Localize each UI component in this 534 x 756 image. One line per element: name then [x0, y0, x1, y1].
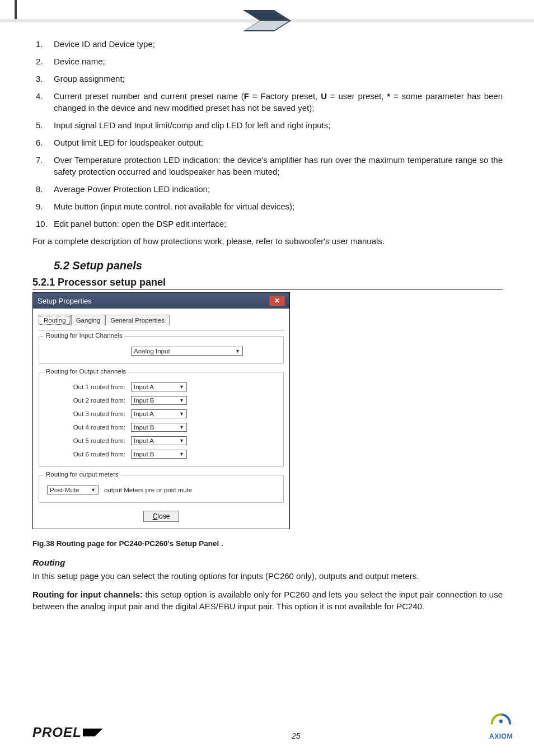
- axiom-logo: AXIOM: [489, 713, 513, 740]
- input-routing-select[interactable]: Analog Input ▼: [131, 347, 243, 356]
- tab-general-properties[interactable]: General Properties: [105, 315, 170, 325]
- list-text: = Factory preset,: [249, 91, 321, 101]
- dialog-titlebar: Setup Properties ✕: [33, 293, 289, 309]
- numbered-list: Device ID and Device type; Device name; …: [32, 38, 503, 230]
- heading-5-2-1: 5.2.1 Processor setup panel: [32, 277, 503, 290]
- chevron-down-icon: ▼: [235, 348, 240, 354]
- row-label: Out 4 routed from:: [47, 424, 131, 431]
- list-item: Output limit LED for loudspeaker output;: [54, 137, 503, 148]
- routing-heading: Routing: [32, 558, 503, 568]
- tab-ganging[interactable]: Ganging: [71, 315, 105, 325]
- chevron-down-icon: ▼: [179, 424, 184, 430]
- out1-select[interactable]: Input A▼: [131, 382, 187, 391]
- bold-U: U: [321, 91, 327, 101]
- row-label: Out 2 routed from:: [47, 397, 131, 404]
- fieldset-output-channels: Routing for Output channels Out 1 routed…: [39, 372, 284, 467]
- list-item: Average Power Protection LED indication;: [54, 183, 503, 195]
- chevron-down-icon: ▼: [91, 487, 96, 493]
- list-item: Edit panel button: open the DSP edit int…: [54, 218, 503, 230]
- dialog-tabs: Routing Ganging General Properties: [39, 314, 284, 325]
- axiom-logo-text: AXIOM: [489, 732, 513, 740]
- out3-select[interactable]: Input A▼: [131, 409, 187, 418]
- list-text: Over Temperature protection LED indicati…: [54, 155, 503, 176]
- meters-description: output Meters pre or post mute: [104, 487, 192, 493]
- list-text: Average Power Protection LED indication;: [54, 184, 210, 194]
- out2-select[interactable]: Input B▼: [131, 396, 187, 405]
- chevron-down-icon: ▼: [179, 398, 184, 403]
- out4-select[interactable]: Input B▼: [131, 423, 187, 432]
- row-label: Out 1 routed from:: [47, 384, 131, 390]
- close-button[interactable]: Close: [143, 511, 180, 522]
- bold-label: Routing for input channels:: [32, 590, 143, 599]
- list-text: Output limit LED for loudspeaker output;: [54, 138, 203, 147]
- select-value: Input B: [134, 424, 154, 431]
- select-value: Analog Input: [134, 348, 170, 354]
- tab-routing[interactable]: Routing: [39, 315, 71, 326]
- chevron-down-icon: ▼: [179, 451, 184, 457]
- select-value: Input B: [134, 451, 154, 458]
- proel-logo: PROEL: [32, 725, 103, 740]
- body-paragraph: For a complete description of how protec…: [32, 235, 503, 247]
- list-item: Over Temperature protection LED indicati…: [54, 154, 503, 178]
- fieldset-legend: Routing for Input Channels: [44, 332, 125, 339]
- body-paragraph: In this setup page you can select the ro…: [32, 570, 503, 582]
- row-label: Out 5 routed from:: [47, 437, 131, 444]
- fieldset-legend: Routing for output meters: [44, 471, 121, 478]
- close-icon[interactable]: ✕: [269, 296, 285, 306]
- proel-logo-text: PROEL: [32, 725, 82, 740]
- select-value: Input B: [134, 397, 154, 404]
- row-label: Out 6 routed from:: [47, 451, 131, 458]
- bold-F: F: [244, 91, 249, 101]
- list-item: Group assignment;: [54, 73, 503, 85]
- heading-5-2: 5.2 Setup panels: [54, 259, 503, 272]
- select-value: Post-Mute: [50, 487, 79, 493]
- setup-properties-dialog: Setup Properties ✕ Routing Ganging Gener…: [32, 292, 290, 529]
- fieldset-output-meters: Routing for output meters Post-Mute ▼ ou…: [39, 475, 284, 503]
- list-item: Mute button (input mute control, not ava…: [54, 200, 503, 212]
- row-label: Out 3 routed from:: [47, 410, 131, 417]
- list-text: Mute button (input mute control, not ava…: [54, 202, 294, 211]
- chevron-down-icon: ▼: [179, 411, 184, 417]
- fieldset-input-channels: Routing for Input Channels Analog Input …: [39, 336, 284, 364]
- out5-select[interactable]: Input A▼: [131, 436, 187, 445]
- list-item: Device name;: [54, 55, 503, 67]
- page-arrow-icon: [243, 10, 291, 31]
- select-value: Input A: [134, 384, 154, 390]
- dialog-title: Setup Properties: [38, 297, 92, 305]
- page-accent-bar: [15, 0, 17, 19]
- list-item: Input signal LED and Input limit/comp an…: [54, 119, 503, 131]
- chevron-down-icon: ▼: [179, 438, 184, 444]
- list-text: Edit panel button: open the DSP edit int…: [54, 219, 226, 228]
- list-text: Group assignment;: [54, 74, 125, 83]
- close-button-rest: lose: [157, 512, 170, 520]
- list-text: Current preset number and current preset…: [54, 91, 244, 101]
- svg-point-3: [499, 720, 503, 723]
- body-paragraph: Routing for input channels: this setup o…: [32, 589, 503, 612]
- figure-caption: Fig.38 Routing page for PC240-PC260's Se…: [32, 539, 503, 548]
- select-value: Input A: [134, 410, 154, 417]
- page-footer: PROEL 25 AXIOM: [0, 713, 534, 740]
- list-text: Device ID and Device type;: [54, 39, 155, 49]
- select-value: Input A: [134, 437, 154, 444]
- fieldset-legend: Routing for Output channels: [44, 368, 128, 375]
- list-item: Current preset number and current preset…: [54, 90, 503, 114]
- output-meters-select[interactable]: Post-Mute ▼: [47, 486, 99, 494]
- axiom-logo-icon: [489, 713, 513, 732]
- list-item: Device ID and Device type;: [54, 38, 503, 50]
- proel-logo-shape-icon: [83, 729, 103, 736]
- out6-select[interactable]: Input B▼: [131, 450, 187, 459]
- list-text: Device name;: [54, 57, 105, 66]
- list-text: Input signal LED and Input limit/comp an…: [54, 120, 330, 130]
- page-number: 25: [103, 731, 489, 740]
- list-text: = user preset,: [327, 91, 387, 101]
- chevron-down-icon: ▼: [179, 384, 184, 390]
